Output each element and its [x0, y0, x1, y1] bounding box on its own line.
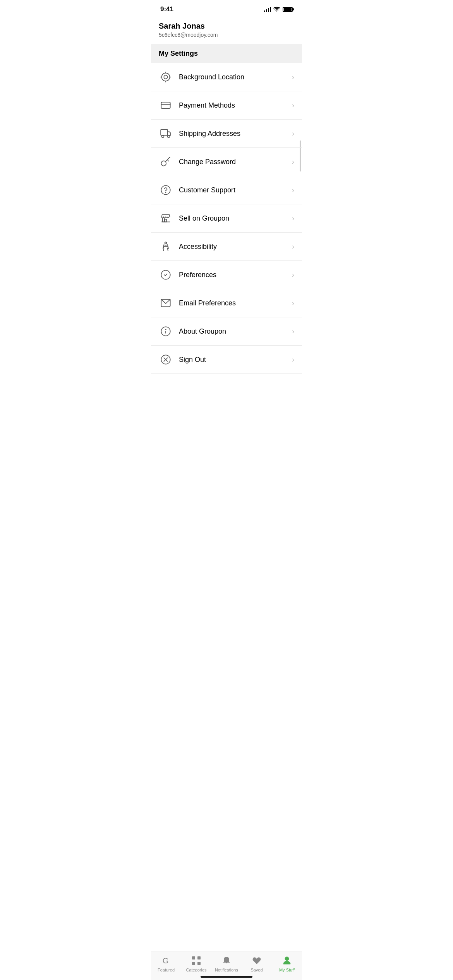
chevron-icon: › — [292, 327, 294, 336]
signal-icon — [264, 7, 271, 12]
chevron-icon: › — [292, 186, 294, 194]
chevron-icon: › — [292, 299, 294, 307]
status-time: 9:41 — [160, 5, 173, 13]
payment-methods-label: Payment Methods — [179, 101, 289, 110]
sell-on-groupon-label: Sell on Groupon — [179, 214, 289, 223]
settings-item-sell-on-groupon[interactable]: Sell on Groupon › — [151, 204, 302, 233]
email-icon — [159, 296, 173, 310]
chevron-icon: › — [292, 271, 294, 279]
customer-support-label: Customer Support — [179, 186, 289, 194]
user-name: Sarah Jonas — [159, 21, 294, 31]
chevron-icon: › — [292, 158, 294, 166]
settings-list: Background Location › Payment Methods › … — [151, 63, 302, 374]
settings-item-accessibility[interactable]: Accessibility › — [151, 233, 302, 261]
settings-item-shipping-addresses[interactable]: Shipping Addresses › — [151, 120, 302, 148]
preferences-icon — [159, 268, 173, 282]
status-bar: 9:41 — [151, 0, 302, 16]
preferences-label: Preferences — [179, 271, 289, 279]
svg-rect-8 — [161, 130, 168, 135]
settings-item-payment-methods[interactable]: Payment Methods › — [151, 91, 302, 120]
info-icon — [159, 324, 173, 338]
settings-item-preferences[interactable]: Preferences › — [151, 261, 302, 289]
settings-section-header: My Settings — [151, 44, 302, 63]
settings-item-background-location[interactable]: Background Location › — [151, 63, 302, 91]
user-email: 5c6efcc8@moodjoy.com — [159, 32, 294, 38]
svg-point-1 — [162, 73, 170, 81]
svg-point-17 — [165, 242, 167, 244]
user-header: Sarah Jonas 5c6efcc8@moodjoy.com — [151, 16, 302, 44]
chevron-icon: › — [292, 73, 294, 81]
svg-point-12 — [161, 185, 170, 194]
email-preferences-label: Email Preferences — [179, 299, 289, 307]
settings-item-email-preferences[interactable]: Email Preferences › — [151, 289, 302, 317]
sign-out-label: Sign Out — [179, 356, 289, 364]
chevron-icon: › — [292, 356, 294, 364]
settings-item-about-groupon[interactable]: About Groupon › — [151, 317, 302, 346]
store-icon — [159, 211, 173, 225]
battery-icon — [283, 7, 293, 12]
about-groupon-label: About Groupon — [179, 327, 289, 336]
svg-point-10 — [168, 135, 170, 138]
truck-icon — [159, 127, 173, 140]
shipping-addresses-label: Shipping Addresses — [179, 130, 289, 138]
chevron-icon: › — [292, 243, 294, 251]
svg-rect-15 — [165, 219, 167, 222]
payment-icon — [159, 98, 173, 112]
background-location-label: Background Location — [179, 73, 289, 81]
settings-item-change-password[interactable]: Change Password › — [151, 148, 302, 176]
settings-item-customer-support[interactable]: Customer Support › — [151, 176, 302, 204]
svg-rect-14 — [163, 218, 165, 222]
help-icon — [159, 183, 173, 197]
wifi-icon — [273, 7, 280, 12]
chevron-icon: › — [292, 101, 294, 110]
settings-item-sign-out[interactable]: Sign Out › — [151, 346, 302, 374]
svg-point-9 — [162, 135, 164, 138]
key-icon — [159, 155, 173, 169]
location-icon — [159, 70, 173, 84]
chevron-icon: › — [292, 130, 294, 138]
status-icons — [264, 7, 293, 12]
change-password-label: Change Password — [179, 158, 289, 166]
chevron-icon: › — [292, 214, 294, 223]
signout-icon — [159, 353, 173, 367]
settings-section-title: My Settings — [159, 50, 198, 57]
svg-point-0 — [164, 75, 167, 79]
accessibility-icon — [159, 240, 173, 254]
accessibility-label: Accessibility — [179, 243, 289, 251]
svg-rect-6 — [161, 102, 170, 108]
